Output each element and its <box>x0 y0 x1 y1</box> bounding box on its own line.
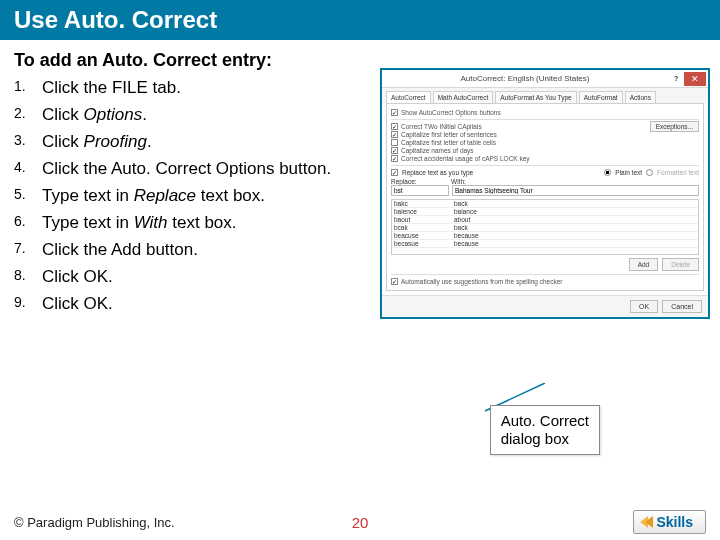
replace-label: Replace: <box>391 178 451 185</box>
grid-row[interactable]: becasuebecause <box>392 240 698 248</box>
skills-label: Skills <box>656 514 693 530</box>
step-text: Click Options. <box>42 104 344 127</box>
skills-button[interactable]: Skills <box>633 510 706 534</box>
dialog-titlebar: AutoCorrect: English (United States) ? ✕ <box>382 70 708 88</box>
grid-row[interactable]: bcakback <box>392 224 698 232</box>
exceptions-button[interactable]: Exceptions... <box>650 121 699 132</box>
grid-row[interactable]: balencebalance <box>392 208 698 216</box>
with-label: With: <box>451 178 466 185</box>
page-number: 20 <box>352 514 369 531</box>
step-item: 5.Type text in Replace text box. <box>14 185 344 208</box>
cancel-button[interactable]: Cancel <box>662 300 702 313</box>
step-item: 1.Click the FILE tab. <box>14 77 344 100</box>
checkbox[interactable] <box>391 278 398 285</box>
checkbox[interactable] <box>391 109 398 116</box>
step-text: Click OK. <box>42 293 344 316</box>
dialog-title: AutoCorrect: English (United States) <box>455 74 596 83</box>
step-item: 8.Click OK. <box>14 266 344 289</box>
step-text: Type text in Replace text box. <box>42 185 344 208</box>
grid-row[interactable]: beacusebecause <box>392 232 698 240</box>
dialog-body: Show AutoCorrect Options buttons Excepti… <box>386 103 704 291</box>
dialog-tab[interactable]: Actions <box>625 91 656 103</box>
checkbox[interactable] <box>391 123 398 130</box>
grid-row[interactable]: baoutabout <box>392 216 698 224</box>
radio-plain[interactable] <box>604 169 611 176</box>
checkbox[interactable] <box>391 155 398 162</box>
checkbox[interactable] <box>391 147 398 154</box>
help-icon[interactable]: ? <box>668 75 684 82</box>
checkbox[interactable] <box>391 169 398 176</box>
autocorrect-dialog: AutoCorrect: English (United States) ? ✕… <box>380 68 710 319</box>
step-text: Type text in With text box. <box>42 212 344 235</box>
step-number: 5. <box>14 185 42 208</box>
step-number: 7. <box>14 239 42 262</box>
checkbox[interactable] <box>391 139 398 146</box>
dialog-tab[interactable]: AutoFormat As You Type <box>495 91 576 103</box>
step-item: 4.Click the Auto. Correct Options button… <box>14 158 344 181</box>
replace-as-type-label: Replace text as you type <box>402 169 473 176</box>
step-number: 4. <box>14 158 42 181</box>
dialog-tab[interactable]: Math AutoCorrect <box>433 91 494 103</box>
step-number: 2. <box>14 104 42 127</box>
show-options-label: Show AutoCorrect Options buttons <box>401 109 501 116</box>
step-text: Click the Add button. <box>42 239 344 262</box>
step-item: 6.Type text in With text box. <box>14 212 344 235</box>
checkbox[interactable] <box>391 131 398 138</box>
step-item: 7.Click the Add button. <box>14 239 344 262</box>
slide-title: Use Auto. Correct <box>0 0 720 40</box>
step-number: 9. <box>14 293 42 316</box>
step-item: 9.Click OK. <box>14 293 344 316</box>
dialog-footer: OK Cancel <box>382 295 708 317</box>
grid-row[interactable]: bakcback <box>392 200 698 208</box>
dialog-tab[interactable]: AutoCorrect <box>386 91 431 103</box>
step-number: 3. <box>14 131 42 154</box>
step-text: Click OK. <box>42 266 344 289</box>
with-input[interactable] <box>452 185 699 196</box>
step-number: 8. <box>14 266 42 289</box>
copyright: © Paradigm Publishing, Inc. <box>14 515 175 530</box>
step-item: 3.Click Proofing. <box>14 131 344 154</box>
close-icon[interactable]: ✕ <box>684 72 706 86</box>
slide-footer: © Paradigm Publishing, Inc. 20 Skills <box>0 510 720 534</box>
delete-button[interactable]: Delete <box>662 258 699 271</box>
step-number: 6. <box>14 212 42 235</box>
clock-time-label: TIME <box>120 392 320 413</box>
ok-button[interactable]: OK <box>630 300 658 313</box>
step-text: Click Proofing. <box>42 131 344 154</box>
step-item: 2.Click Options. <box>14 104 344 127</box>
callout-label: Auto. Correct dialog box <box>490 405 600 455</box>
dialog-tab[interactable]: AutoFormat <box>579 91 623 103</box>
step-text: Click the Auto. Correct Options button. <box>42 158 344 181</box>
radio-formatted[interactable] <box>646 169 653 176</box>
replace-input[interactable] <box>391 185 449 196</box>
step-number: 1. <box>14 77 42 100</box>
arrow-left-icon <box>640 516 650 528</box>
add-button[interactable]: Add <box>629 258 659 271</box>
dialog-tabs: AutoCorrectMath AutoCorrectAutoFormat As… <box>382 88 708 103</box>
autocorrect-grid[interactable]: bakcbackbalencebalancebaoutaboutbcakback… <box>391 199 699 255</box>
step-text: Click the FILE tab. <box>42 77 344 100</box>
